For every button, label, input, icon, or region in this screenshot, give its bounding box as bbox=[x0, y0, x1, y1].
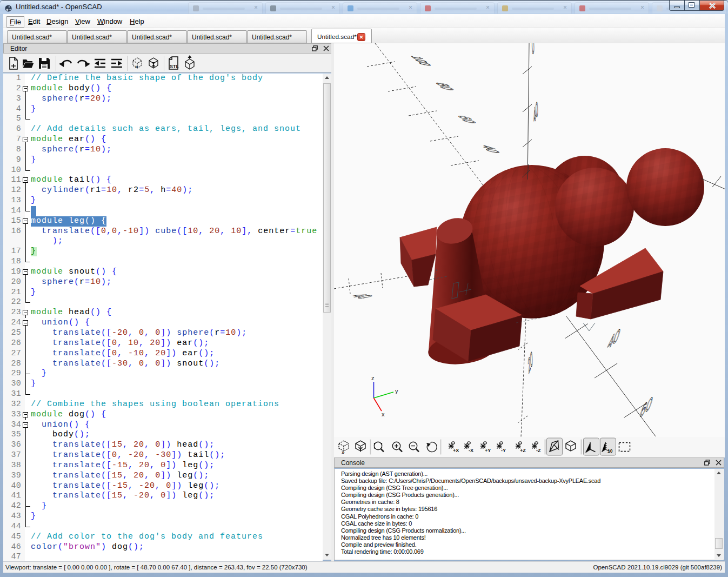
svg-text:10: 10 bbox=[607, 448, 613, 454]
svg-text:z: z bbox=[371, 375, 375, 381]
svg-text:»: » bbox=[135, 64, 138, 70]
svg-text:y: y bbox=[395, 388, 398, 394]
svg-text:x: x bbox=[382, 411, 385, 417]
svg-text:+Z: +Z bbox=[520, 448, 526, 453]
svg-text:+X: +X bbox=[453, 448, 459, 453]
svg-text:+Y: +Y bbox=[485, 448, 491, 453]
svg-text:-Y: -Y bbox=[501, 448, 506, 453]
svg-text:STL: STL bbox=[170, 64, 179, 69]
svg-text:-Z: -Z bbox=[536, 448, 541, 453]
svg-text:»: » bbox=[342, 449, 345, 455]
svg-text:-X: -X bbox=[469, 448, 473, 453]
